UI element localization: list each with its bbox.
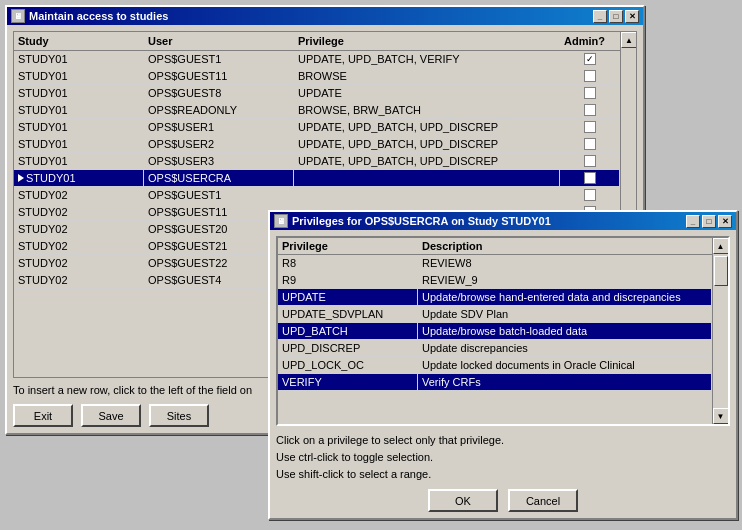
privilege-cell: UPDATE, UPD_BATCH, UPD_DISCREP [294,136,560,152]
sites-button[interactable]: Sites [149,404,209,427]
study-cell: STUDY01 [14,85,144,101]
study-cell: STUDY02 [14,272,144,288]
priv-name-cell: R9 [278,272,418,288]
admin-cell[interactable] [560,85,620,101]
main-window-title: Maintain access to studies [29,10,168,22]
priv-table-row[interactable]: R8REVIEW8 [278,255,712,272]
priv-scroll-down-button[interactable]: ▼ [713,408,729,424]
col-user: User [144,33,294,49]
priv-name-cell: VERIFY [278,374,418,390]
table-row[interactable]: STUDY01OPS$GUEST11BROWSE [14,68,620,85]
study-cell: STUDY01 [14,119,144,135]
admin-checkbox[interactable] [584,172,596,184]
privilege-cell: UPDATE, UPD_BATCH, UPD_DISCREP [294,119,560,135]
admin-cell[interactable] [560,170,620,186]
table-row[interactable]: STUDY01OPS$USER1UPDATE, UPD_BATCH, UPD_D… [14,119,620,136]
priv-scrollbar[interactable]: ▲ ▼ [712,238,728,424]
priv-scroll-up-button[interactable]: ▲ [713,238,729,254]
cancel-button[interactable]: Cancel [508,489,578,512]
main-title-bar: 🖥 Maintain access to studies _ □ ✕ [7,7,643,25]
priv-name-cell: R8 [278,255,418,271]
admin-cell[interactable] [560,136,620,152]
table-row[interactable]: STUDY01OPS$READONLYBROWSE, BRW_BATCH [14,102,620,119]
privilege-cell: BROWSE, BRW_BATCH [294,102,560,118]
privileges-window: 🖥 Privileges for OPS$USERCRA on Study ST… [268,210,738,520]
col-study: Study [14,33,144,49]
priv-table-row[interactable]: UPDATE_SDVPLANUpdate SDV Plan [278,306,712,323]
admin-cell[interactable] [560,102,620,118]
admin-checkbox[interactable] [584,87,596,99]
priv-button-row: OK Cancel [276,489,730,512]
maximize-button[interactable]: □ [609,10,623,23]
privilege-cell: UPDATE, UPD_BATCH, VERIFY [294,51,560,67]
user-cell: OPS$GUEST1 [144,187,294,203]
main-window-icon: 🖥 [11,9,25,23]
admin-checkbox[interactable] [584,189,596,201]
priv-table-row[interactable]: R9REVIEW_9 [278,272,712,289]
priv-desc-cell: Update discrepancies [418,340,712,356]
study-cell: STUDY01 [14,102,144,118]
table-row[interactable]: STUDY01OPS$USERCRA [14,170,620,187]
table-row[interactable]: STUDY02OPS$GUEST1 [14,187,620,204]
admin-cell[interactable] [560,51,620,67]
priv-table-body: R8REVIEW8R9REVIEW_9UPDATEUpdate/browse h… [278,255,712,391]
study-cell: STUDY02 [14,255,144,271]
admin-checkbox[interactable] [584,138,596,150]
study-cell: STUDY01 [14,51,144,67]
close-button[interactable]: ✕ [625,10,639,23]
priv-maximize-button[interactable]: □ [702,215,716,228]
privilege-cell [294,170,560,186]
priv-minimize-button[interactable]: _ [686,215,700,228]
priv-table-row[interactable]: UPD_DISCREPUpdate discrepancies [278,340,712,357]
admin-cell[interactable] [560,187,620,203]
admin-checkbox[interactable] [584,104,596,116]
priv-scrollbar-thumb[interactable] [714,256,728,286]
admin-checkbox[interactable] [584,53,596,65]
admin-checkbox[interactable] [584,70,596,82]
priv-desc-cell: Verify CRFs [418,374,712,390]
table-row[interactable]: STUDY01OPS$GUEST8UPDATE [14,85,620,102]
admin-checkbox[interactable] [584,155,596,167]
study-cell: STUDY01 [14,68,144,84]
priv-table-row[interactable]: UPDATEUpdate/browse hand-entered data an… [278,289,712,306]
scroll-up-button[interactable]: ▲ [621,32,637,48]
study-cell: STUDY01 [14,170,144,186]
instruction-1: Click on a privilege to select only that… [276,432,730,449]
user-cell: OPS$USER2 [144,136,294,152]
priv-table-header: Privilege Description [278,238,712,255]
exit-button[interactable]: Exit [13,404,73,427]
priv-desc-cell: REVIEW_9 [418,272,712,288]
study-cell: STUDY02 [14,187,144,203]
user-cell: OPS$GUEST8 [144,85,294,101]
table-header: Study User Privilege Admin? [14,32,620,51]
minimize-button[interactable]: _ [593,10,607,23]
privilege-cell: UPDATE, UPD_BATCH, UPD_DISCREP [294,153,560,169]
user-cell: OPS$USER3 [144,153,294,169]
user-cell: OPS$READONLY [144,102,294,118]
priv-name-cell: UPDATE [278,289,418,305]
priv-table-row[interactable]: VERIFYVerify CRFs [278,374,712,391]
instruction-2: Use ctrl-click to toggle selection. [276,449,730,466]
priv-desc-cell: Update/browse hand-entered data and disc… [418,289,712,305]
priv-close-button[interactable]: ✕ [718,215,732,228]
privilege-cell [294,187,560,203]
table-row[interactable]: STUDY01OPS$GUEST1UPDATE, UPD_BATCH, VERI… [14,51,620,68]
ok-button[interactable]: OK [428,489,498,512]
priv-name-cell: UPD_LOCK_OC [278,357,418,373]
priv-desc-cell: Update locked documents in Oracle Clinic… [418,357,712,373]
study-cell: STUDY02 [14,221,144,237]
admin-cell[interactable] [560,68,620,84]
table-row[interactable]: STUDY01OPS$USER2UPDATE, UPD_BATCH, UPD_D… [14,136,620,153]
priv-table-row[interactable]: UPD_BATCHUpdate/browse batch-loaded data [278,323,712,340]
col-admin: Admin? [560,33,620,49]
admin-cell[interactable] [560,153,620,169]
priv-desc-cell: REVIEW8 [418,255,712,271]
study-cell: STUDY01 [14,136,144,152]
admin-checkbox[interactable] [584,121,596,133]
save-button[interactable]: Save [81,404,141,427]
admin-cell[interactable] [560,119,620,135]
priv-name-cell: UPD_DISCREP [278,340,418,356]
priv-col-privilege: Privilege [278,238,418,254]
table-row[interactable]: STUDY01OPS$USER3UPDATE, UPD_BATCH, UPD_D… [14,153,620,170]
priv-table-row[interactable]: UPD_LOCK_OCUpdate locked documents in Or… [278,357,712,374]
